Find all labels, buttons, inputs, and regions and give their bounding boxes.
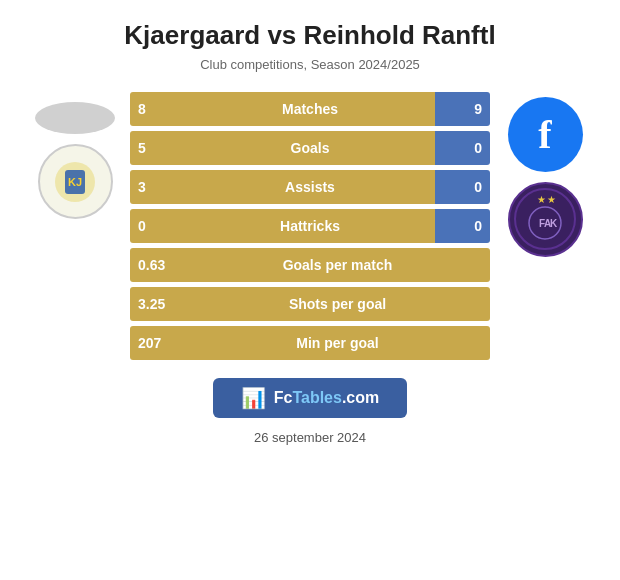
goals-label: Goals: [185, 131, 435, 165]
date-text: 26 september 2024: [254, 430, 366, 445]
stat-row-shots-per-goal: 3.25 Shots per goal: [130, 287, 490, 321]
shots-per-goal-label: Shots per goal: [185, 296, 490, 312]
stat-row-goals: 5 Goals 0: [130, 131, 490, 165]
page-subtitle: Club competitions, Season 2024/2025: [200, 57, 420, 72]
stat-row-matches: 8 Matches 9: [130, 92, 490, 126]
goals-per-match-val: 0.63: [130, 257, 185, 273]
fctables-text: FcTables.com: [274, 389, 380, 407]
player-avatar-left: [35, 102, 115, 134]
svg-text:★: ★: [537, 194, 546, 205]
hattricks-label: Hattricks: [185, 209, 435, 243]
assists-label: Assists: [185, 170, 435, 204]
main-section: KJ 8 Matches 9 5 Goals: [10, 92, 610, 360]
goals-left-val: 5: [130, 131, 185, 165]
fctables-icon: 📊: [241, 386, 266, 410]
stats-area: 8 Matches 9 5 Goals 0 3: [130, 92, 490, 360]
facebook-icon: f: [538, 115, 551, 155]
stat-row-min-per-goal: 207 Min per goal: [130, 326, 490, 360]
stat-row-assists: 3 Assists 0: [130, 170, 490, 204]
left-avatars: KJ: [30, 97, 120, 219]
goals-per-match-label: Goals per match: [185, 257, 490, 273]
page: Kjaergaard vs Reinhold Ranftl Club compe…: [0, 0, 620, 580]
player-avatar-right: f: [508, 97, 583, 172]
page-title: Kjaergaard vs Reinhold Ranftl: [124, 20, 495, 51]
right-avatars: f ★ ★ F A K: [500, 97, 590, 257]
goals-right-val: 0: [435, 131, 490, 165]
min-per-goal-label: Min per goal: [185, 335, 490, 351]
svg-text:K: K: [550, 218, 558, 229]
assists-right-val: 0: [435, 170, 490, 204]
matches-right-val: 9: [435, 92, 490, 126]
shots-per-goal-val: 3.25: [130, 296, 185, 312]
assists-left-val: 3: [130, 170, 185, 204]
matches-label: Matches: [185, 92, 435, 126]
stat-row-hattricks: 0 Hattricks 0: [130, 209, 490, 243]
matches-left-val: 8: [130, 92, 185, 126]
svg-text:★: ★: [547, 194, 556, 205]
hattricks-left-val: 0: [130, 209, 185, 243]
club-logo-left: KJ: [38, 144, 113, 219]
svg-text:KJ: KJ: [68, 176, 82, 188]
stat-row-goals-per-match: 0.63 Goals per match: [130, 248, 490, 282]
fctables-banner[interactable]: 📊 FcTables.com: [213, 378, 408, 418]
hattricks-right-val: 0: [435, 209, 490, 243]
min-per-goal-val: 207: [130, 335, 185, 351]
club-logo-right: ★ ★ F A K: [508, 182, 583, 257]
